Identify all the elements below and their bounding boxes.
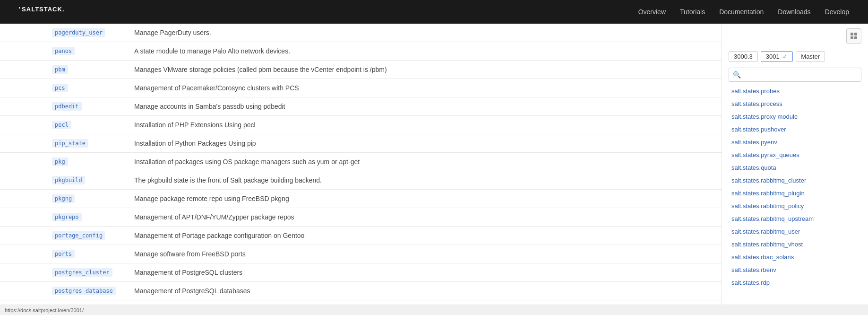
table-row: pkg Installation of packages using OS pa… [0,153,722,171]
module-tag[interactable]: pecl [52,121,71,129]
version-tabs: 3000.3 3001 ✓ Master [722,47,868,66]
module-desc: Installation of Python Packages Using pi… [127,134,722,153]
module-desc: Installation of packages using OS packag… [127,153,722,171]
module-desc: Manage accounts in Samba's passdb using … [127,97,722,116]
table-row: pagerduty_user Manage PagerDuty users. [0,24,722,42]
table-row: postgres_database Management of PostgreS… [0,282,722,300]
module-tag[interactable]: postgres_cluster [52,268,112,277]
content-area: pagerduty_user Manage PagerDuty users. p… [0,24,722,315]
table-row: ports Manage software from FreeBSD ports [0,245,722,263]
navbar: 'SALTSTACK. Overview Tutorials Documenta… [0,0,868,24]
module-tag[interactable]: pkgrepo [52,213,82,221]
module-desc: Management of APT/DNF/YUM/Zypper package… [127,208,722,227]
module-tag[interactable]: portage_config [52,231,105,240]
sidebar-list-item[interactable]: salt.states.rabbitmq_plugin [722,187,868,200]
module-desc: Manages VMware storage policies (called … [127,61,722,79]
table-row: pkgrepo Management of APT/DNF/YUM/Zypper… [0,208,722,227]
search-box: 🔍 [729,68,861,82]
sidebar-list-item[interactable]: salt.states.rabbitmq_upstream [722,212,868,225]
nav-overview[interactable]: Overview [638,8,666,16]
table-row: pdbedit Manage accounts in Samba's passd… [0,97,722,116]
module-desc: Management of Pacemaker/Corosync cluster… [127,79,722,97]
sidebar-list-item[interactable]: salt.states.pushover [722,123,868,136]
module-desc: Installation of PHP Extensions Using pec… [127,116,722,134]
sidebar-list-item[interactable]: salt.states.process [722,97,868,110]
sidebar-list-item[interactable]: salt.states.rabbitmq_user [722,225,868,238]
module-desc: Manage PagerDuty users. [127,24,722,42]
module-tag[interactable]: panos [52,47,75,55]
status-url: https://docs.saltproject.io/en/3001/ [5,307,84,313]
search-icon: 🔍 [733,71,741,79]
status-bar: https://docs.saltproject.io/en/3001/ [0,305,868,315]
module-tag[interactable]: postgres_database [52,287,116,295]
nav-develop[interactable]: Develop [825,8,849,16]
sidebar-list-item[interactable]: salt.states.pyrax_queues [722,149,868,161]
checkmark-icon: ✓ [782,53,788,60]
sidebar-list-item[interactable]: salt.states.proxy module [722,110,868,123]
sidebar-icon-button[interactable] [846,28,861,44]
grid-icon [850,32,858,40]
module-tag[interactable]: pip_state [52,139,88,148]
module-tag[interactable]: pcs [52,84,68,92]
sidebar: 3000.3 3001 ✓ Master 🔍 salt.states.probe… [722,24,868,315]
svg-rect-2 [851,36,853,39]
nav-tutorials[interactable]: Tutorials [680,8,705,16]
main-container: pagerduty_user Manage PagerDuty users. p… [0,24,868,315]
module-tag[interactable]: pkg [52,158,68,166]
table-row: pkgbuild The pkgbuild state is the front… [0,171,722,190]
sidebar-list: salt.states.probessalt.states.processsal… [722,85,868,289]
version-tab-master[interactable]: Master [796,51,825,62]
sidebar-list-item[interactable]: salt.states.probes [722,85,868,97]
sidebar-list-item[interactable]: salt.states.rbac_solaris [722,251,868,263]
table-row: portage_config Management of Portage pac… [0,227,722,245]
module-tag[interactable]: pkgbuild [52,176,85,184]
module-tag[interactable]: pagerduty_user [52,28,105,37]
table-row: pbm Manages VMware storage policies (cal… [0,61,722,79]
module-desc: The pkgbuild state is the front of Salt … [127,171,722,190]
sidebar-list-item[interactable]: salt.states.rabbitmq_vhost [722,238,868,251]
search-input[interactable] [741,70,857,79]
module-tag[interactable]: ports [52,250,75,258]
version-tab-3001[interactable]: 3001 ✓ [761,51,793,62]
table-row: panos A state module to manage Palo Alto… [0,42,722,61]
sidebar-list-item[interactable]: salt.states.quota [722,161,868,174]
module-desc: Management of PostgreSQL clusters [127,263,722,282]
module-table: pagerduty_user Manage PagerDuty users. p… [0,24,722,315]
nav-documentation[interactable]: Documentation [719,8,764,16]
table-row: pecl Installation of PHP Extensions Usin… [0,116,722,134]
module-desc: Manage package remote repo using FreeBSD… [127,190,722,208]
svg-rect-1 [854,33,857,35]
module-desc: A state module to manage Palo Alto netwo… [127,42,722,61]
module-desc: Management of Portage package configurat… [127,227,722,245]
svg-rect-0 [851,33,853,35]
nav-downloads[interactable]: Downloads [778,8,810,16]
table-row: pkgng Manage package remote repo using F… [0,190,722,208]
module-desc: Management of PostgreSQL databases [127,282,722,300]
sidebar-list-item[interactable]: salt.states.rdp [722,276,868,289]
table-row: pip_state Installation of Python Package… [0,134,722,153]
table-row: pcs Management of Pacemaker/Corosync clu… [0,79,722,97]
module-desc: Manage software from FreeBSD ports [127,245,722,263]
nav-links: Overview Tutorials Documentation Downloa… [638,8,849,16]
sidebar-list-item[interactable]: salt.states.rabbitmq_policy [722,200,868,212]
module-tag[interactable]: pbm [52,65,68,74]
table-row: postgres_cluster Management of PostgreSQ… [0,263,722,282]
svg-rect-3 [854,36,857,39]
module-tag[interactable]: pdbedit [52,102,82,111]
version-tab-3000-3[interactable]: 3000.3 [729,51,758,62]
brand-logo: 'SALTSTACK. [19,6,66,18]
sidebar-list-item[interactable]: salt.states.pyenv [722,136,868,149]
brand-prefix: ' [19,6,21,13]
sidebar-list-item[interactable]: salt.states.rbenv [722,263,868,276]
module-tag[interactable]: pkgng [52,194,75,203]
sidebar-list-item[interactable]: salt.states.rabbitmq_cluster [722,174,868,187]
